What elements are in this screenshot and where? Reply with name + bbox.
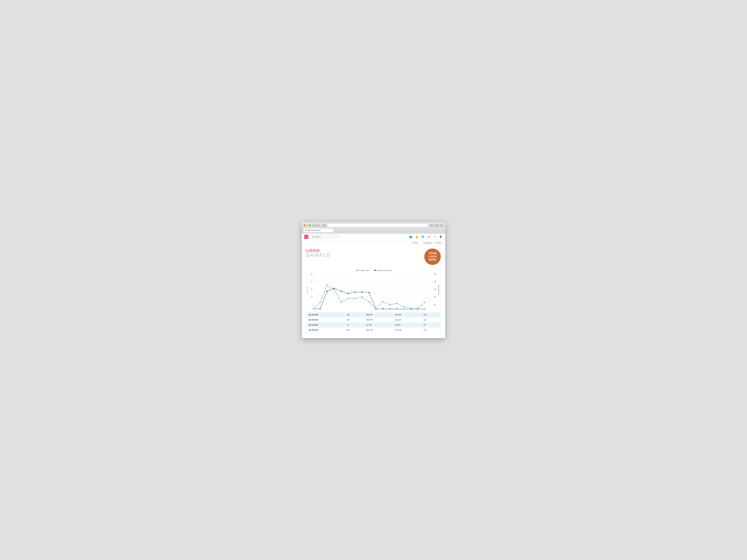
address-bar[interactable] (328, 223, 428, 227)
logo-text-bottom: SAMPLE (306, 253, 331, 258)
table-cell-1-0: Jan 09 2017 (306, 317, 345, 322)
pv-dot-14 (403, 306, 405, 307)
more-button[interactable]: ▼ More (434, 241, 443, 244)
traffic-light-maximize[interactable] (309, 224, 311, 226)
data-table: Jan 02 2017182168,457149,470100Jan 09 20… (306, 312, 441, 332)
y-left-40: 40 (311, 289, 313, 290)
y-right-80k: 80k (434, 273, 436, 275)
pv-dot-9 (368, 301, 369, 302)
more-label: More (437, 242, 441, 244)
chart-section: Page Views Page Impressions 80 (306, 269, 441, 309)
more-icon: ▼ (435, 242, 437, 244)
chart-legend: Page Views Page Impressions (306, 269, 441, 271)
traffic-light-minimize[interactable] (306, 224, 308, 226)
search-icon: 🔍 (312, 236, 314, 238)
download-icon: ⇓ (422, 242, 423, 244)
pv-dot-8 (361, 296, 362, 297)
table-row: Jan 09 2017192244,735221,230121 (306, 327, 441, 332)
table-cell-2-1: 73 (345, 322, 364, 327)
table-cell-0-4: 100 (421, 312, 441, 317)
pi-dot-7 (355, 292, 356, 293)
pi-dot-11 (383, 308, 384, 309)
svg-point-1 (357, 270, 358, 271)
legend-page-impressions-line (373, 269, 378, 271)
pv-dot-4 (334, 289, 335, 290)
table-row: Jan 09 2017192244,735221,230121 (306, 317, 441, 322)
svg-point-3 (375, 270, 376, 271)
new-tab-button[interactable]: ◻ (434, 224, 438, 227)
globe-icon-button[interactable]: 🌐 (421, 235, 425, 239)
pv-dot-2 (319, 302, 320, 303)
pv-dot-7 (355, 298, 356, 299)
share-button[interactable]: ⇪ (429, 224, 433, 227)
main-content: LOGO SAMPLE YOURLOGOHERE Page Views (302, 245, 445, 336)
add-button[interactable]: + (304, 235, 308, 239)
y-axis-left-label: Page Views (306, 287, 308, 294)
y-right-40k: 40k (434, 289, 436, 290)
y-left-80: 80 (311, 273, 313, 275)
back-button[interactable]: ‹ (312, 224, 316, 227)
search-input[interactable] (315, 236, 338, 238)
app-toolbar: + 🔍 👥 🔔 🌐 ⚙ ▭ 🚪 (302, 234, 445, 240)
notifications-icon-button[interactable]: 🔔 (415, 235, 419, 239)
pi-dot-12 (389, 309, 390, 309)
y-axis-left: 80 60 40 20 0 (308, 273, 313, 306)
table-cell-0-0: Jan 02 2017 (306, 312, 345, 317)
pv-dot-13 (396, 303, 397, 304)
y-left-60: 60 (311, 281, 313, 283)
forward-button[interactable]: › (317, 224, 320, 227)
download-button[interactable]: ⇓ Download (420, 241, 433, 244)
table-cell-1-3: 221,230 (393, 317, 421, 322)
pv-dot-12 (389, 304, 390, 305)
pi-dot-6 (347, 293, 349, 294)
page-views-line (313, 285, 425, 308)
pi-dot-8 (361, 292, 362, 293)
logo-text-top: LOGO (306, 248, 320, 253)
sidebar-toggle-button[interactable]: ◫ (322, 224, 326, 227)
legend-page-views-line (355, 269, 360, 271)
table-cell-2-4: 54 (421, 322, 441, 327)
y-axis-right-label: Page Impressions (438, 285, 439, 295)
pi-dot-3 (327, 290, 328, 292)
pv-dot-17 (424, 302, 426, 303)
send-label: Send (414, 242, 418, 244)
browser-chrome: ‹ › ◫ ⇪ ◻ + Analytics Dashboard (302, 222, 445, 234)
action-buttons-row: ✉ Send ⇓ Download ▼ More (302, 240, 445, 245)
browser-window: ‹ › ◫ ⇪ ◻ + Analytics Dashboard + 🔍 (302, 222, 445, 338)
browser-tab[interactable]: Analytics Dashboard (304, 228, 333, 232)
toolbar-left: + 🔍 (304, 235, 340, 239)
table-cell-3-0: Jan 09 2017 (306, 327, 345, 332)
legend-page-views-label: Page Views (361, 269, 369, 271)
table-cell-1-4: 121 (421, 317, 441, 322)
window-icon-button[interactable]: ▭ (433, 235, 437, 239)
logo-sample: LOGO SAMPLE (306, 248, 331, 258)
pi-dot-2 (319, 308, 320, 309)
chart-svg: 1. Jan 3. Jan 5. Jan 7. Jan 9. Jan 11. J… (313, 273, 433, 309)
users-icon-button[interactable]: 👥 (409, 235, 413, 239)
pi-dot-9 (368, 292, 369, 293)
pi-dot-13 (396, 309, 397, 309)
pv-dot-5 (340, 301, 341, 302)
settings-icon-button[interactable]: ⚙ (427, 235, 431, 239)
pv-dot-6 (347, 298, 349, 299)
traffic-light-close[interactable] (304, 224, 305, 226)
legend-page-views: Page Views (355, 269, 369, 271)
table-row: Jan 16 20177344,76642,08754 (306, 322, 441, 327)
toolbar-right: 👥 🔔 🌐 ⚙ ▭ 🚪 (409, 235, 443, 239)
page-impressions-line (313, 288, 425, 309)
y-right-0k: 0k (434, 304, 436, 305)
y-right-60k: 60k (434, 281, 436, 283)
tab-title: Analytics Dashboard (305, 230, 320, 231)
table-row: Jan 02 2017182168,457149,470100 (306, 312, 441, 317)
table-cell-3-2: 244,735 (364, 327, 393, 332)
add-tab-button[interactable]: + (440, 224, 443, 227)
logout-icon-button[interactable]: 🚪 (439, 235, 443, 239)
send-button[interactable]: ✉ Send (411, 241, 419, 244)
nav-buttons: ‹ › (312, 224, 320, 227)
y-left-20: 20 (311, 296, 313, 298)
chrome-actions: ⇪ ◻ + (429, 224, 443, 227)
search-bar[interactable]: 🔍 (310, 235, 340, 239)
tab-bar: Analytics Dashboard (304, 228, 443, 232)
app-content: + 🔍 👥 🔔 🌐 ⚙ ▭ 🚪 ✉ Send ⇓ (302, 234, 445, 338)
table-cell-3-1: 192 (345, 327, 364, 332)
